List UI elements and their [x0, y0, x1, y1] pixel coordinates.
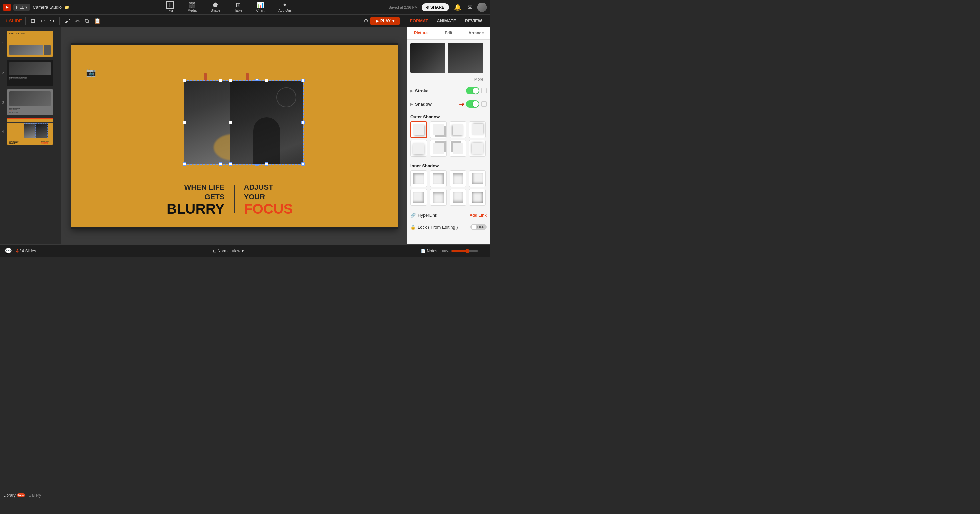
addons-tool-button[interactable]: ✦ Add-Ons	[276, 2, 293, 13]
fullscreen-button[interactable]: ⛶	[480, 248, 485, 254]
file-label: FILE	[16, 5, 24, 10]
handle-r-mid-right[interactable]	[301, 121, 305, 124]
handle-r-top-center[interactable]	[265, 79, 268, 82]
format-tab[interactable]: FORMAT	[407, 17, 432, 25]
inner-shadow-1[interactable]	[410, 170, 427, 187]
inner-shadow-6[interactable]	[430, 189, 447, 206]
scissors-button[interactable]: ✂	[74, 17, 81, 25]
slide-divider: / 4 Slides	[20, 249, 36, 253]
text-tool-button[interactable]: T Text	[164, 1, 176, 14]
stroke-toggle[interactable]	[466, 87, 479, 94]
slide-2-container: 2 Look and think before opening the shut…	[7, 59, 61, 87]
shadow-preview-8	[472, 143, 483, 154]
inner-shadow-5[interactable]	[410, 189, 427, 206]
notifications-button[interactable]: 🔔	[453, 3, 462, 12]
share-button[interactable]: ⎋ SHARE	[422, 3, 449, 11]
shadow-label: ▶ Shadow	[410, 102, 459, 107]
outer-shadow-8[interactable]	[469, 140, 486, 157]
shadow-toggle[interactable]	[466, 100, 479, 108]
slide-label: SLIDE	[9, 18, 22, 23]
undo-button[interactable]: ↩	[39, 17, 46, 25]
outer-shadow-5[interactable]	[410, 140, 427, 157]
copy-button[interactable]: ⧉	[83, 17, 90, 25]
grid-view-button[interactable]: ⊞	[29, 17, 37, 25]
media-tool-button[interactable]: 🎬 Media	[186, 2, 199, 13]
handle-bot-center[interactable]	[219, 162, 222, 165]
shadow-preview-1	[413, 124, 424, 135]
lock-text: Lock ( From Editing )	[418, 225, 458, 230]
slide-2-thumbnail[interactable]: Look and think before opening the shutte…	[7, 59, 53, 87]
preview-image-2[interactable]	[448, 43, 483, 73]
inner-shadow-3[interactable]	[450, 170, 466, 187]
blurry-text: BLURRY	[71, 202, 225, 216]
inner-shadow-2[interactable]	[430, 170, 447, 187]
normal-view-button[interactable]: ⊟ Normal View ▾	[210, 248, 247, 254]
zoom-slider[interactable]	[451, 250, 478, 251]
clothes-line	[71, 79, 398, 80]
plus-icon: +	[5, 18, 8, 24]
shape-tool-button[interactable]: ⬟ Shape	[208, 2, 222, 13]
slide-counter: 4 / 4 Slides	[16, 248, 36, 254]
file-button[interactable]: FILE ▾	[13, 4, 30, 11]
handle-r-bot-center[interactable]	[265, 162, 268, 165]
notes-button[interactable]: 📄 Notes	[421, 249, 438, 253]
outer-shadow-7[interactable]	[450, 140, 466, 157]
mail-button[interactable]: ✉	[466, 3, 473, 12]
picture-tab[interactable]: Picture	[407, 27, 435, 39]
notes-icon: 📄	[421, 249, 426, 253]
handle-r-bot-left[interactable]	[229, 162, 232, 165]
table-tool-button[interactable]: ⊞ Table	[232, 2, 244, 13]
add-slide-button[interactable]: + SLIDE	[5, 18, 22, 24]
inner-shadow-7[interactable]	[450, 189, 466, 206]
zoom-fill	[451, 250, 467, 251]
handle-r-bot-right[interactable]	[301, 162, 305, 165]
add-link-button[interactable]: Add Link	[470, 213, 487, 218]
inner-shadow-8[interactable]	[469, 189, 486, 206]
outer-shadow-2[interactable]	[430, 121, 447, 138]
handle-top-center[interactable]	[219, 79, 222, 82]
handle-mid-left[interactable]	[183, 121, 186, 124]
handle-r-top-right[interactable]	[301, 79, 305, 82]
inner-shadow-4[interactable]	[469, 170, 486, 187]
photo-frame-right[interactable]	[230, 80, 304, 165]
handle-r-top-left[interactable]	[229, 79, 232, 82]
paint-button[interactable]: 🖌	[63, 17, 72, 25]
outer-shadow-3[interactable]	[450, 121, 466, 138]
review-tab[interactable]: REVIEW	[462, 17, 485, 25]
settings-button[interactable]: ⚙	[364, 18, 368, 24]
user-avatar[interactable]	[477, 3, 487, 12]
outer-shadow-4[interactable]	[469, 121, 486, 138]
arrange-tab[interactable]: Arrange	[462, 27, 490, 39]
redo-button[interactable]: ↪	[48, 17, 56, 25]
table-icon: ⊞	[235, 2, 241, 8]
lock-toggle[interactable]: OFF	[470, 224, 487, 230]
separator2	[59, 18, 60, 25]
panel-tabs: Picture Edit Arrange	[407, 27, 490, 40]
animate-tab[interactable]: ANIMATE	[433, 17, 459, 25]
chat-button[interactable]: 💬	[5, 247, 12, 255]
slide-text-area: WHEN LIFEGETS BLURRY ADJUSTYOUR FOCUS	[71, 183, 398, 216]
play-button[interactable]: ▶ PLAY ▾	[370, 17, 400, 25]
shape-label: Shape	[211, 9, 220, 12]
handle-top-left[interactable]	[183, 79, 186, 82]
handle-bot-left[interactable]	[183, 162, 186, 165]
chart-tool-button[interactable]: 📊 Chart	[255, 2, 266, 13]
lock-toggle-knob	[472, 225, 476, 229]
zoom-thumb[interactable]	[465, 249, 469, 253]
handle-r-mid-left[interactable]	[229, 121, 232, 124]
outer-shadow-1[interactable]	[410, 121, 427, 138]
preview-image-1[interactable]	[410, 43, 445, 73]
edit-tab[interactable]: Edit	[435, 27, 462, 39]
slide-1-number: 1	[2, 42, 4, 46]
more-link[interactable]: More...	[410, 76, 487, 84]
slide-4-thumbnail[interactable]: • WHEN LIFE GETS BLURRY ADJUST YOUR FOCU…	[7, 118, 53, 145]
stroke-row: ▶ Stroke	[410, 84, 487, 97]
shadow-checkbox[interactable]	[481, 101, 487, 107]
outer-shadow-6[interactable]	[430, 140, 447, 157]
stroke-checkbox[interactable]	[481, 88, 487, 93]
slide-1-thumbnail[interactable]: CAMERA STUDIO	[7, 30, 53, 57]
hyperlink-text: HyperLink	[418, 213, 438, 218]
paste-button[interactable]: 📋	[92, 17, 102, 25]
slide-3-thumbnail[interactable]: Be a like Camera, Focus on your goals an…	[7, 89, 53, 116]
inner-shadow-title: Inner Shadow	[410, 160, 487, 170]
